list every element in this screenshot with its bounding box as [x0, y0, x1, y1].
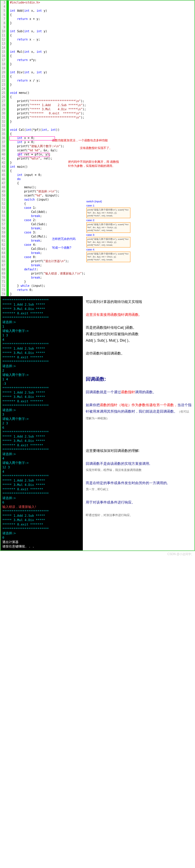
snippet-switch: switch (input) — [86, 200, 130, 203]
note-3c: Add( ), Sub( ), Mul( ), Div( )。 — [86, 337, 192, 344]
note-2: 这里没有直接用函数指针调用函数, — [86, 311, 192, 318]
note-10a: 用于对该事件或条件进行响应。 — [86, 499, 192, 505]
annotation-redundant: 怎样把冗余的代码 — [52, 237, 76, 241]
annotation-one-fn: 写成一个函数? — [52, 246, 72, 250]
note-9b: 另一方，即Cal( ); — [86, 486, 192, 493]
watermark: CSDN @小边同学; — [0, 551, 195, 557]
note-1: 可以看到计算器的期待功能又实现啦 — [86, 299, 192, 305]
annotation-flexible: 函数功能更加灵活，一个函数包含多种功能 — [52, 138, 126, 143]
note-3b: 再通过指针找到对应被指向的函数 — [86, 331, 192, 337]
note-8a: 回调函数不是由该函数的实现方直接调用, — [86, 460, 192, 467]
annotation-no-fp: 没有函数指针实现不了。 — [80, 146, 112, 150]
snippet-case4-label: case 4: — [86, 248, 130, 251]
note-6: 如果你把函数的指针（地址）作为参数传递给另一个函数，当这个指针被用来调用其所指向… — [86, 402, 192, 422]
fold-bar — [6, 1, 9, 296]
heading-callback: 回调函数: — [86, 376, 192, 382]
code-editor: 3456789101112131415161718192021222324252… — [1, 1, 194, 296]
main-container: 3456789101112131415161718192021222324252… — [0, 0, 195, 551]
annotation-separate: 把代码中不同的部分剥离开，用 函数指针作为参数，实现相应功能的调用。 — [68, 160, 121, 168]
snippet-case1-label: case 1: — [86, 204, 130, 207]
terminal-output: ****************************** 1.Add 2.S… — [1, 296, 83, 550]
note-10b: 即通过指针，对加法事件进行响应。 — [86, 512, 192, 519]
note-3a: 而是把函数指针传给Cal( )函数, — [86, 324, 192, 331]
highlight-pf-call — [19, 153, 49, 157]
snippet-case4: printf("请输入两个操作数\n"); scanf("%d %d", &x,… — [86, 252, 130, 262]
snippet-case2: printf("请输入两个操作数\n"); scanf("%d %d", &x,… — [86, 222, 130, 233]
note-5: 回调函数就是一个通过函数指针调用的函数。 — [86, 389, 192, 395]
note-9a: 而是在特定的事件或条件发生时由另外的一方调用的, — [86, 480, 192, 486]
highlight-cal-sig — [9, 136, 55, 141]
line-gutter: 3456789101112131415161718192021222324252… — [1, 1, 6, 296]
side-snippets: switch (input) case 1: printf("请输入两个操作数\… — [86, 200, 130, 263]
bottom-section: ****************************** 1.Add 2.S… — [1, 296, 194, 550]
explanation-notes: 可以看到计算器的期待功能又实现啦 这里没有直接用函数指针调用函数, 而是把函数指… — [83, 296, 194, 550]
snippet-case2-label: case 2: — [86, 219, 130, 222]
note-4: 这些函数叫做回调函数。 — [86, 350, 192, 356]
snippet-case3-label: case 3: — [86, 234, 130, 236]
note-8b: 实现方即我，程序猿，我没有直接调用函数 — [86, 467, 192, 473]
snippet-case3: printf("请输入两个操作数\n"); scanf("%d %d", &x,… — [86, 237, 130, 248]
note-7: 这里要继续加深对回调函数的理解: — [86, 447, 192, 454]
snippet-case1: printf("请输入两个操作数\n"); scanf("%d %d", &x,… — [86, 208, 130, 218]
